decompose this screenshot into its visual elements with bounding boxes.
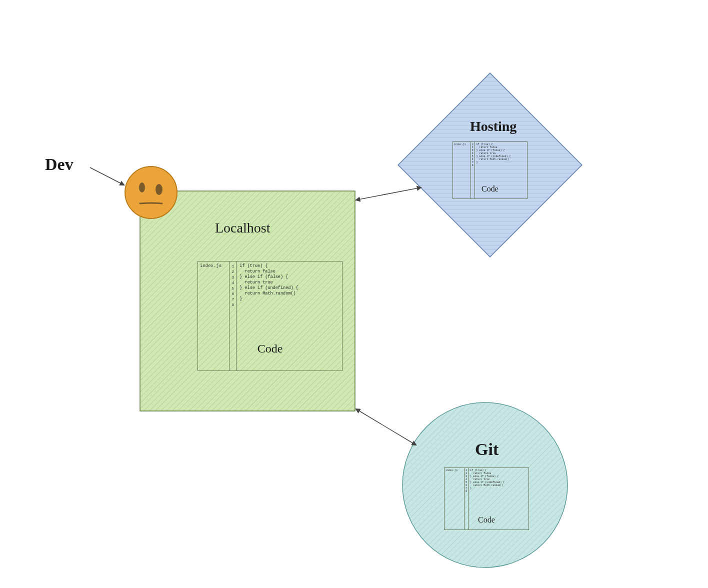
code-filename: index.js — [198, 262, 230, 370]
diagram-svg — [0, 0, 708, 588]
code-line-numbers: 1 2 3 4 5 6 7 8 — [471, 142, 475, 198]
git-label: Git — [475, 440, 498, 459]
code-card-hosting: index.js 1 2 3 4 5 6 7 8 if (true) { ret… — [452, 142, 528, 199]
arrow-localhost-hosting — [356, 188, 421, 200]
code-content: if (true) { return false } else if (fals… — [236, 262, 342, 370]
code-line-numbers: 1 2 3 4 5 6 7 8 — [464, 468, 468, 530]
code-caption: Code — [482, 184, 498, 194]
code-card-localhost: index.js 1 2 3 4 5 6 7 8 if (true) { ret… — [198, 261, 342, 371]
svg-point-9 — [156, 184, 162, 195]
localhost-label: Localhost — [215, 220, 270, 236]
code-filename: index.js — [453, 142, 471, 198]
code-caption: Code — [258, 342, 283, 356]
code-filename: index.js — [444, 468, 464, 530]
svg-point-8 — [139, 182, 145, 192]
arrow-dev-to-face — [90, 168, 124, 185]
code-card-git: index.js 1 2 3 4 5 6 7 8 if (true) { ret… — [444, 468, 529, 530]
dev-face-icon — [125, 166, 177, 218]
svg-point-7 — [125, 166, 177, 218]
hosting-label: Hosting — [470, 118, 516, 134]
dev-label: Dev — [45, 155, 74, 174]
code-line-numbers: 1 2 3 4 5 6 7 8 — [230, 262, 236, 370]
arrow-localhost-git — [356, 409, 416, 445]
diagram-canvas: Dev Localhost Hosting Git index.js 1 2 3… — [0, 0, 708, 588]
code-caption: Code — [478, 516, 495, 524]
